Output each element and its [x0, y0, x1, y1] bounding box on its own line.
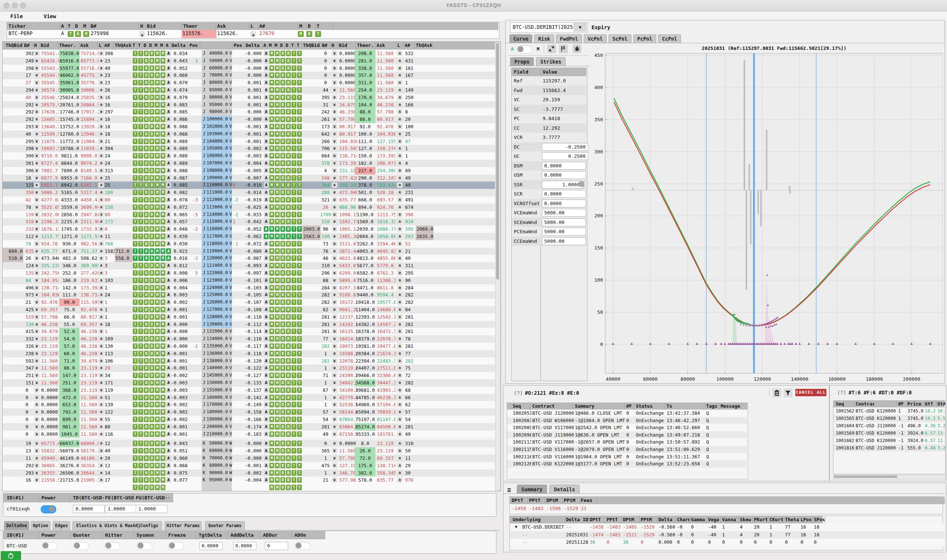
put-flag-box[interactable]: T — [292, 205, 296, 210]
call-flag-box[interactable]: M — [160, 212, 165, 217]
put-a-chip[interactable]: A — [264, 372, 268, 378]
put-flag-box[interactable]: M — [275, 477, 280, 483]
bug-button[interactable] — [573, 45, 581, 53]
put-flag-box[interactable]: D — [281, 365, 285, 371]
call-flag-box[interactable]: D — [150, 431, 154, 437]
call-flag-box[interactable]: T — [133, 219, 137, 225]
call-flag-box[interactable]: M — [155, 448, 160, 454]
put-flag-box[interactable]: M — [269, 380, 274, 386]
put-flag-box[interactable]: T — [292, 80, 296, 85]
call-flag-box[interactable]: T — [133, 255, 137, 261]
put-flag-box[interactable]: D — [281, 431, 285, 437]
underlying-row[interactable]: --20251031-1474-1483-1521-1529-0.560-00-… — [510, 531, 945, 539]
put-a-chip[interactable]: A — [264, 409, 268, 415]
chain-row[interactable]: 332»23.11954.046.238»109TTDDMMA-0.000J13… — [3, 335, 495, 343]
chain-row[interactable]: 292»36065.736276.036354.7»12TTDDMMA0.068… — [3, 462, 495, 469]
call-flag-box[interactable]: M — [155, 322, 160, 327]
call-flag-box[interactable]: M — [160, 448, 165, 454]
call-flag-box[interactable]: M — [160, 477, 165, 483]
call-flag-box[interactable]: M — [160, 463, 165, 468]
put-flag-box[interactable]: T — [297, 470, 302, 476]
put-flag-box[interactable]: M — [269, 153, 274, 158]
put-flag-box[interactable]: T — [297, 182, 302, 188]
call-flag-box[interactable]: D — [150, 72, 154, 78]
put-flag-box[interactable]: D — [281, 124, 285, 129]
put-flag-box[interactable]: M — [269, 285, 274, 291]
call-flag-box[interactable]: M — [160, 431, 165, 437]
tab-option[interactable]: Option — [31, 521, 50, 530]
call-flag-box[interactable]: T — [133, 197, 137, 203]
call-flag-box[interactable]: D — [144, 402, 149, 407]
order-row[interactable]: 1002089BTC-USD V1170001@2542.0 OPEN LMT0… — [507, 424, 747, 431]
put-flag-box[interactable]: T — [292, 263, 296, 268]
put-flag-box[interactable]: T — [297, 329, 302, 334]
call-flag-box[interactable]: M — [155, 241, 160, 246]
field-input-scr[interactable]: 0.0000 — [542, 190, 586, 198]
put-flag-box[interactable]: T — [292, 343, 296, 349]
call-flag-box[interactable]: T — [138, 417, 143, 422]
call-flag-box[interactable]: M — [160, 146, 165, 151]
put-flag-box[interactable]: D — [286, 441, 291, 446]
call-flag-box[interactable]: M — [155, 463, 160, 468]
call-flag-box[interactable]: D — [144, 263, 149, 268]
put-flag-box[interactable]: T — [292, 109, 296, 115]
put-flag-box[interactable]: T — [292, 226, 296, 232]
call-flag-box[interactable]: D — [150, 343, 154, 349]
call-flag-box[interactable]: D — [144, 343, 149, 349]
call-flag-box[interactable]: D — [150, 248, 154, 254]
put-flag-box[interactable]: T — [297, 255, 302, 261]
call-flag-box[interactable]: D — [144, 95, 149, 100]
chain-row[interactable]: 251»11.560147.023.119»34TTDDMMA-0.002J14… — [3, 372, 495, 379]
chain-row[interactable]: 151»11.560251.023.119»171TTDDMMA-0.003J1… — [3, 379, 495, 387]
field-input-vcemawnd[interactable]: 5000.00 — [542, 209, 586, 217]
call-flag-box[interactable]: M — [160, 358, 165, 364]
call-flag-box[interactable]: M — [155, 153, 160, 158]
call-flag-box[interactable]: M — [155, 299, 160, 305]
put-flag-box[interactable]: M — [275, 65, 280, 71]
order-row[interactable]: 1002113BTC-USD V117000-1@2657.0 OPEN LMT… — [507, 438, 747, 446]
call-flag-box[interactable]: D — [150, 314, 154, 320]
put-flag-box[interactable]: T — [297, 299, 302, 305]
put-flag-box[interactable]: T — [292, 102, 296, 108]
put-flag-box[interactable]: D — [281, 270, 285, 276]
call-flag-box[interactable]: M — [155, 80, 160, 85]
flag-icon[interactable] — [560, 45, 567, 52]
put-flag-box[interactable]: M — [275, 263, 280, 268]
put-flag-box[interactable]: M — [275, 175, 280, 181]
put-flag-box[interactable]: M — [269, 470, 274, 476]
put-flag-box[interactable]: M — [275, 463, 280, 468]
call-flag-box[interactable]: M — [155, 175, 160, 181]
put-a-chip[interactable]: A — [264, 205, 268, 210]
put-flag-box[interactable]: D — [281, 329, 285, 334]
call-flag-box[interactable]: M — [155, 292, 160, 298]
call-flag-box[interactable]: M — [155, 95, 160, 100]
call-flag-box[interactable]: M — [160, 72, 165, 78]
put-flag-box[interactable]: M — [269, 80, 274, 85]
call-flag-box[interactable]: T — [138, 182, 143, 188]
call-flag-box[interactable]: D — [150, 226, 154, 232]
call-flag-box[interactable]: T — [138, 51, 143, 56]
call-flag-box[interactable]: T — [138, 241, 143, 246]
put-a-chip[interactable]: A — [264, 424, 268, 429]
put-flag-box[interactable]: T — [292, 234, 296, 239]
put-a-chip[interactable]: A — [264, 470, 268, 476]
call-flag-box[interactable]: T — [133, 190, 137, 195]
put-flag-box[interactable]: T — [297, 402, 302, 407]
put-flag-box[interactable]: M — [275, 241, 280, 246]
call-flag-box[interactable]: D — [150, 395, 154, 400]
put-flag-box[interactable]: T — [292, 72, 296, 78]
call-flag-box[interactable]: T — [133, 58, 137, 63]
put-flag-box[interactable]: D — [286, 131, 291, 137]
put-flag-box[interactable]: M — [269, 270, 274, 276]
put-flag-box[interactable]: T — [292, 322, 296, 327]
put-flag-box[interactable]: D — [281, 263, 285, 268]
put-a-chip[interactable]: A — [264, 343, 268, 349]
chain-flag-box[interactable]: M — [160, 485, 165, 490]
put-flag-box[interactable]: D — [286, 463, 291, 468]
put-flag-box[interactable]: T — [292, 168, 296, 173]
put-a-chip[interactable]: A — [264, 448, 268, 454]
call-flag-box[interactable]: T — [138, 477, 143, 483]
put-flag-box[interactable]: D — [286, 160, 291, 166]
put-flag-box[interactable]: D — [281, 51, 285, 56]
put-flag-box[interactable]: D — [286, 431, 291, 437]
